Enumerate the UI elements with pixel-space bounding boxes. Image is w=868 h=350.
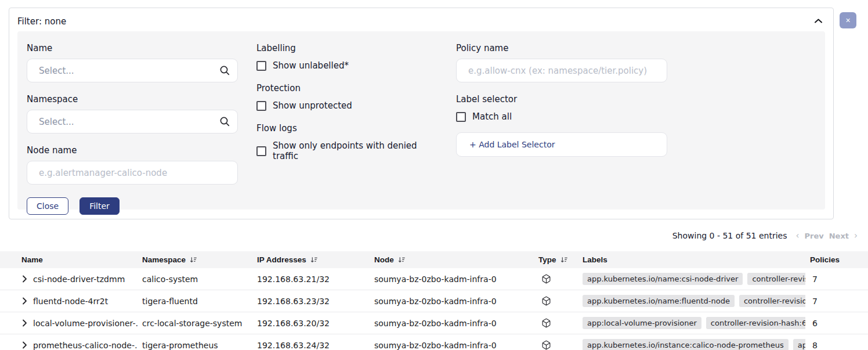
endpoint-node: soumya-bz-0zbo-kadm-infra-0 — [370, 268, 534, 290]
endpoint-type — [534, 290, 578, 312]
table-row: local-volume-provisioner-…crc-local-stor… — [0, 312, 868, 334]
label-badge: controller-revisi… — [747, 273, 805, 285]
column-header-name[interactable]: Name — [0, 251, 138, 268]
match-all-checkbox[interactable] — [456, 112, 466, 122]
endpoint-namespace: crc-local-storage-system — [138, 312, 252, 334]
sort-icon[interactable] — [310, 256, 318, 264]
table-row: prometheus-calico-node-…tigera-prometheu… — [0, 334, 868, 350]
endpoint-type — [534, 268, 578, 290]
column-header-type[interactable]: Type — [534, 251, 578, 268]
policy-name-input[interactable] — [456, 59, 667, 82]
endpoint-node: soumya-bz-0zbo-kadm-infra-0 — [370, 312, 534, 334]
show-unprotected-checkbox[interactable] — [256, 101, 266, 111]
sort-icon[interactable] — [189, 256, 197, 264]
namespace-field-label: Namespace — [27, 94, 238, 104]
filter-button[interactable]: Filter — [79, 197, 120, 215]
endpoint-name: csi-node-driver-tzdmm — [33, 275, 125, 284]
denied-traffic-checkbox[interactable] — [256, 146, 266, 156]
entries-summary: Showing 0 - 51 of 51 entries — [672, 231, 787, 240]
column-header-node[interactable]: Node — [370, 251, 534, 268]
endpoint-ip-addresses: 192.168.63.24/32 — [252, 334, 370, 350]
name-select-input[interactable] — [27, 59, 238, 82]
sort-icon[interactable] — [560, 256, 568, 264]
endpoint-ip-addresses: 192.168.63.23/32 — [252, 290, 370, 312]
pod-cube-icon — [541, 274, 551, 284]
endpoint-node: soumya-bz-0zbo-kadm-infra-0 — [370, 334, 534, 350]
filter-panel: Filter: none Name Namespace — [9, 8, 834, 219]
endpoint-node: soumya-bz-0zbo-kadm-infra-0 — [370, 290, 534, 312]
label-badge: app:local-volume-provisioner — [583, 317, 701, 329]
protection-section-label: Protection — [256, 83, 437, 93]
match-all-label: Match all — [472, 111, 512, 122]
column-header-policies[interactable]: Policies — [805, 251, 868, 268]
search-icon — [219, 65, 230, 78]
row-expand-chevron-icon[interactable] — [22, 319, 27, 327]
flow-logs-section-label: Flow logs — [256, 123, 437, 133]
row-expand-chevron-icon[interactable] — [22, 297, 27, 305]
endpoint-labels: app.kubernetes.io/instance:calico-node-p… — [578, 334, 805, 350]
pod-cube-icon — [541, 340, 551, 350]
collapse-panel-button[interactable] — [812, 16, 825, 27]
denied-traffic-label: Show only endpoints with denied traffic — [273, 140, 437, 161]
endpoint-labels: app.kubernetes.io/name:csi-node-driverco… — [578, 268, 805, 290]
row-expand-chevron-icon[interactable] — [22, 275, 27, 283]
endpoint-name: local-volume-provisioner-… — [33, 319, 138, 328]
endpoint-namespace: tigera-fluentd — [138, 290, 252, 312]
table-row: fluentd-node-4rr2ttigera-fluentd192.168.… — [0, 290, 868, 312]
chevron-up-icon — [814, 17, 823, 26]
endpoint-namespace: tigera-prometheus — [138, 334, 252, 350]
column-header-ip-addresses[interactable]: IP Addresses — [252, 251, 370, 268]
namespace-select-input[interactable] — [27, 110, 238, 133]
endpoint-policies-count: 6 — [805, 312, 868, 334]
endpoint-policies-count: 7 — [805, 290, 868, 312]
close-panel-x-button[interactable]: × — [840, 12, 856, 28]
policy-name-field-label: Policy name — [456, 43, 667, 53]
table-header-row: Name Namespace IP Addresses Node Type La… — [0, 251, 868, 268]
next-chevron-icon[interactable]: › — [854, 230, 858, 241]
endpoint-labels: app.kubernetes.io/name:fluentd-nodecontr… — [578, 290, 805, 312]
pod-cube-icon — [541, 318, 551, 328]
endpoint-ip-addresses: 192.168.63.20/32 — [252, 312, 370, 334]
label-badge: app.kubernetes.io/name:csi-node-driver — [583, 273, 743, 285]
label-badge: controller-revision-… — [739, 295, 805, 307]
search-icon — [219, 116, 230, 129]
show-unlabelled-label: Show unlabelled* — [273, 60, 349, 71]
endpoint-type — [534, 334, 578, 350]
label-badge: app.kubernetes.io/instance:calico-node-p… — [583, 339, 789, 350]
column-header-namespace[interactable]: Namespace — [138, 251, 252, 268]
label-badge: app.… — [793, 339, 805, 350]
endpoint-name: prometheus-calico-node-… — [33, 341, 138, 350]
name-field-label: Name — [27, 43, 238, 53]
label-badge: app.kubernetes.io/name:fluentd-node — [583, 295, 735, 307]
next-page-link[interactable]: Next — [829, 232, 849, 240]
prev-page-link[interactable]: Prev — [804, 232, 823, 240]
label-selector-section-label: Label selector — [456, 94, 667, 104]
add-label-selector-button[interactable]: + Add Label Selector — [456, 132, 667, 157]
endpoint-ip-addresses: 192.168.63.21/32 — [252, 268, 370, 290]
column-header-labels[interactable]: Labels — [578, 251, 805, 268]
endpoints-table: Name Namespace IP Addresses Node Type La… — [0, 251, 868, 350]
pod-cube-icon — [541, 296, 551, 306]
close-button[interactable]: Close — [27, 197, 68, 215]
filter-panel-title: Filter: none — [17, 16, 66, 27]
endpoint-name: fluentd-node-4rr2t — [33, 297, 108, 306]
filter-form: Name Namespace Node name Close Filter — [17, 31, 825, 210]
prev-chevron-icon[interactable]: ‹ — [795, 230, 799, 241]
row-expand-chevron-icon[interactable] — [22, 341, 27, 349]
filter-panel-header: Filter: none — [9, 8, 833, 31]
table-row: csi-node-driver-tzdmmcalico-system192.16… — [0, 268, 868, 290]
sort-icon[interactable] — [397, 256, 406, 264]
show-unlabelled-checkbox[interactable] — [256, 61, 266, 71]
pagination: Showing 0 - 51 of 51 entries ‹ Prev Next… — [672, 230, 858, 241]
node-name-field-label: Node name — [27, 145, 238, 156]
endpoint-policies-count: 8 — [805, 334, 868, 350]
show-unprotected-label: Show unprotected — [273, 100, 352, 111]
endpoint-namespace: calico-system — [138, 268, 252, 290]
labelling-section-label: Labelling — [256, 43, 437, 53]
endpoint-labels: app:local-volume-provisionercontroller-r… — [578, 312, 805, 334]
endpoint-policies-count: 7 — [805, 268, 868, 290]
node-name-input[interactable] — [27, 161, 238, 185]
endpoint-type — [534, 312, 578, 334]
label-badge: controller-revision-hash:65… — [706, 317, 805, 329]
table-body: csi-node-driver-tzdmmcalico-system192.16… — [0, 268, 868, 350]
